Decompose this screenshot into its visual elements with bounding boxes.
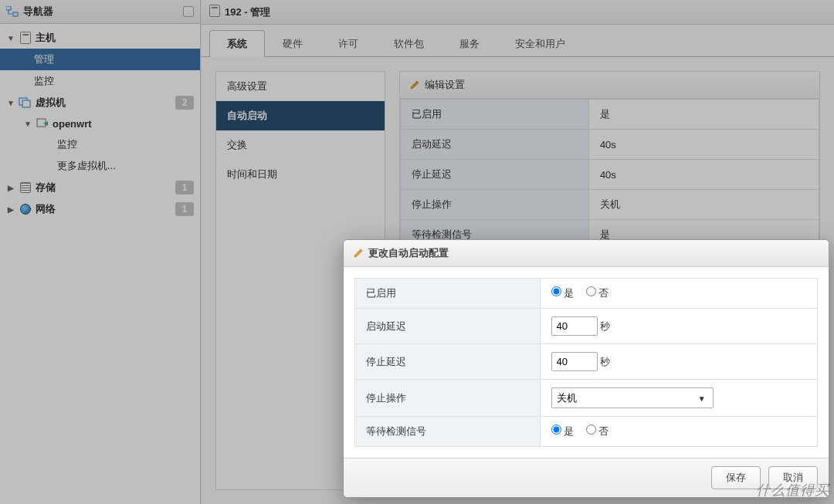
form-row-stop-action: 停止操作 关机	[355, 380, 818, 417]
radio-input[interactable]	[551, 286, 561, 296]
save-button[interactable]: 保存	[711, 466, 761, 489]
radio-input[interactable]	[586, 286, 596, 296]
stop-action-select[interactable]: 关机	[551, 387, 714, 408]
form-row-start-delay: 启动延迟 秒	[355, 309, 818, 344]
form-row-stop-delay: 停止延迟 秒	[355, 344, 818, 380]
stop-delay-input[interactable]	[551, 352, 598, 371]
radio-input[interactable]	[586, 425, 596, 435]
dialog-title: 更改自动启动配置	[368, 246, 449, 260]
radio-wait-no[interactable]: 否	[586, 425, 609, 437]
pencil-icon	[353, 248, 364, 259]
dialog-title-bar: 更改自动启动配置	[344, 240, 829, 267]
form-table: 已启用 是 否 启动延迟 秒 停止延迟 秒 停止操作 关机 等待检测信号	[354, 278, 818, 447]
form-row-enabled: 已启用 是 否	[355, 279, 818, 309]
dialog-footer: 保存 取消	[344, 458, 829, 497]
cancel-button[interactable]: 取消	[768, 466, 818, 489]
radio-enabled-no[interactable]: 否	[586, 287, 609, 299]
radio-input[interactable]	[551, 425, 561, 435]
start-delay-input[interactable]	[551, 316, 598, 336]
radio-wait-yes[interactable]: 是	[551, 425, 575, 437]
radio-enabled-yes[interactable]: 是	[551, 287, 575, 299]
autostart-config-dialog: 更改自动启动配置 已启用 是 否 启动延迟 秒 停止延迟 秒 停止操作 关机	[343, 239, 829, 498]
form-row-wait-heartbeat: 等待检测信号 是 否	[355, 417, 818, 447]
